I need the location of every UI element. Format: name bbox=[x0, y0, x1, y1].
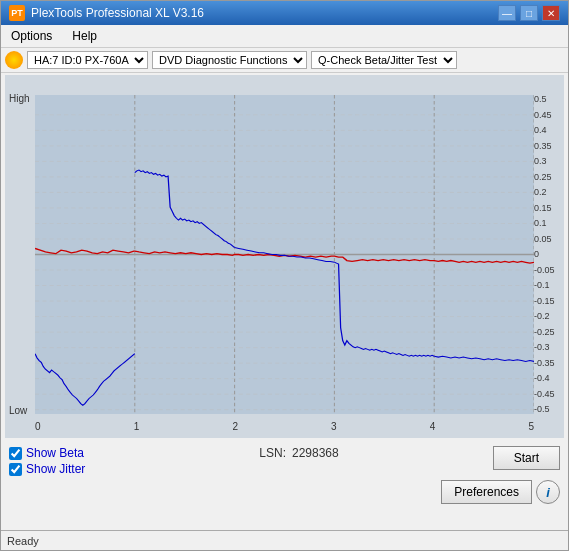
title-bar: PT PlexTools Professional XL V3.16 — □ ✕ bbox=[1, 1, 568, 25]
title-bar-controls: — □ ✕ bbox=[498, 5, 560, 21]
start-button[interactable]: Start bbox=[493, 446, 560, 470]
chart-svg bbox=[35, 95, 534, 414]
app-icon: PT bbox=[9, 5, 25, 21]
test-select[interactable]: Q-Check Beta/Jitter Test bbox=[311, 51, 457, 69]
chart-label-low: Low bbox=[9, 405, 27, 416]
info-button[interactable]: i bbox=[536, 480, 560, 504]
right-buttons: Start bbox=[493, 446, 560, 470]
beta-checkbox-row: Show Beta bbox=[9, 446, 85, 460]
show-beta-label[interactable]: Show Beta bbox=[26, 446, 84, 460]
status-text: Ready bbox=[7, 535, 39, 547]
jitter-line-section1 bbox=[35, 354, 135, 406]
maximize-button[interactable]: □ bbox=[520, 5, 538, 21]
jitter-line-section5 bbox=[434, 356, 534, 361]
y-label--0.25: -0.25 bbox=[534, 328, 555, 337]
y-label-0.2: 0.2 bbox=[534, 188, 547, 197]
y-label-0.05: 0.05 bbox=[534, 235, 552, 244]
chart-area: High Low 0.5 0.45 0.4 0.35 0.3 0.25 0.2 … bbox=[5, 75, 564, 438]
show-beta-checkbox[interactable] bbox=[9, 447, 22, 460]
title-bar-left: PT PlexTools Professional XL V3.16 bbox=[9, 5, 204, 21]
status-bar: Ready bbox=[1, 530, 568, 550]
menu-bar: Options Help bbox=[1, 25, 568, 48]
lsn-label: LSN: bbox=[259, 446, 286, 460]
chart-label-high: High bbox=[9, 93, 30, 104]
y-label-0.4: 0.4 bbox=[534, 126, 547, 135]
x-label-0: 0 bbox=[35, 421, 41, 432]
jitter-line-section2 bbox=[135, 170, 235, 248]
y-axis-right: 0.5 0.45 0.4 0.35 0.3 0.25 0.2 0.15 0.1 … bbox=[534, 95, 562, 414]
y-label-0.5: 0.5 bbox=[534, 95, 547, 104]
menu-options[interactable]: Options bbox=[5, 27, 58, 45]
jitter-line-section4 bbox=[334, 262, 434, 356]
main-window: PT PlexTools Professional XL V3.16 — □ ✕… bbox=[0, 0, 569, 551]
y-label--0.1: -0.1 bbox=[534, 281, 550, 290]
jitter-checkbox-row: Show Jitter bbox=[9, 462, 85, 476]
y-label-0: 0 bbox=[534, 250, 539, 259]
chart-inner bbox=[35, 95, 534, 414]
checkboxes: Show Beta Show Jitter bbox=[9, 446, 85, 476]
minimize-button[interactable]: — bbox=[498, 5, 516, 21]
toolbar: HA:7 ID:0 PX-760A DVD Diagnostic Functio… bbox=[1, 48, 568, 73]
x-label-3: 3 bbox=[331, 421, 337, 432]
x-label-2: 2 bbox=[232, 421, 238, 432]
y-label-0.25: 0.25 bbox=[534, 173, 552, 182]
bottom-panel: Show Beta Show Jitter LSN: 2298368 Start… bbox=[1, 440, 568, 530]
menu-help[interactable]: Help bbox=[66, 27, 103, 45]
y-label-0.3: 0.3 bbox=[534, 157, 547, 166]
y-label-0.35: 0.35 bbox=[534, 142, 552, 151]
y-label--0.3: -0.3 bbox=[534, 343, 550, 352]
device-select[interactable]: HA:7 ID:0 PX-760A bbox=[27, 51, 148, 69]
pref-area: Preferences i bbox=[441, 480, 560, 504]
y-label--0.15: -0.15 bbox=[534, 297, 555, 306]
device-icon bbox=[5, 51, 23, 69]
lsn-value: 2298368 bbox=[292, 446, 339, 460]
y-label--0.45: -0.45 bbox=[534, 390, 555, 399]
function-select[interactable]: DVD Diagnostic Functions bbox=[152, 51, 307, 69]
y-label-0.45: 0.45 bbox=[534, 111, 552, 120]
show-jitter-checkbox[interactable] bbox=[9, 463, 22, 476]
preferences-row: Preferences i bbox=[9, 480, 560, 504]
show-jitter-label[interactable]: Show Jitter bbox=[26, 462, 85, 476]
y-label-0.1: 0.1 bbox=[534, 219, 547, 228]
x-axis: 0 1 2 3 4 5 bbox=[35, 421, 534, 432]
y-label--0.4: -0.4 bbox=[534, 374, 550, 383]
y-label--0.5: -0.5 bbox=[534, 405, 550, 414]
close-button[interactable]: ✕ bbox=[542, 5, 560, 21]
y-label--0.35: -0.35 bbox=[534, 359, 555, 368]
window-title: PlexTools Professional XL V3.16 bbox=[31, 6, 204, 20]
preferences-button[interactable]: Preferences bbox=[441, 480, 532, 504]
x-label-1: 1 bbox=[134, 421, 140, 432]
y-label--0.2: -0.2 bbox=[534, 312, 550, 321]
lsn-area: LSN: 2298368 bbox=[259, 446, 338, 460]
y-label-0.15: 0.15 bbox=[534, 204, 552, 213]
x-label-5: 5 bbox=[528, 421, 534, 432]
x-label-4: 4 bbox=[430, 421, 436, 432]
y-label--0.05: -0.05 bbox=[534, 266, 555, 275]
bottom-top-row: Show Beta Show Jitter LSN: 2298368 Start bbox=[9, 446, 560, 476]
